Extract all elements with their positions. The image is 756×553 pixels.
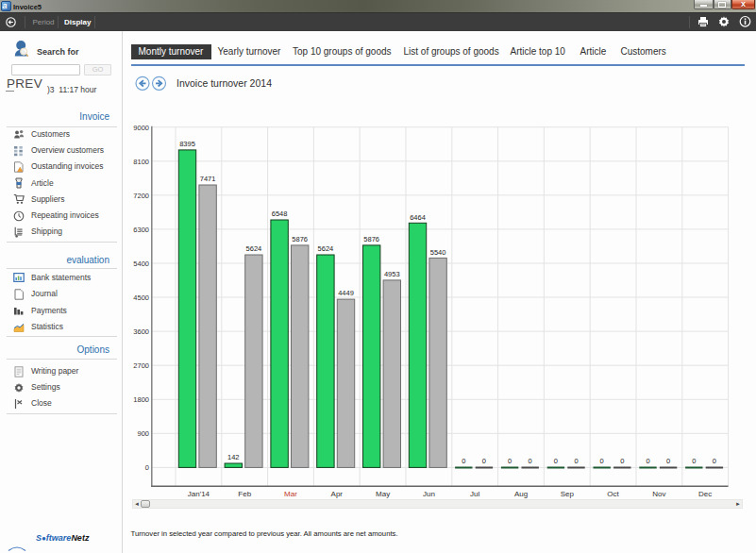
svg-text:May: May — [376, 490, 390, 498]
svg-text:5876: 5876 — [363, 235, 379, 243]
svg-text:7200: 7200 — [133, 192, 149, 200]
svg-text:Jan'14: Jan'14 — [188, 490, 210, 498]
svg-text:4953: 4953 — [384, 270, 400, 278]
svg-text:Feb: Feb — [238, 490, 251, 498]
svg-text:Nov: Nov — [652, 490, 665, 498]
svg-text:0: 0 — [713, 457, 716, 465]
svg-text:0: 0 — [145, 463, 149, 472]
svg-text:5624: 5624 — [318, 244, 334, 253]
svg-text:900: 900 — [137, 429, 149, 438]
svg-text:6548: 6548 — [272, 209, 288, 218]
svg-text:Dec: Dec — [698, 490, 712, 498]
svg-text:142: 142 — [227, 453, 240, 461]
svg-text:5876: 5876 — [292, 235, 308, 243]
svg-text:4500: 4500 — [133, 293, 149, 302]
svg-text:0: 0 — [462, 457, 465, 465]
svg-text:Jun: Jun — [423, 490, 435, 498]
svg-text:Oct: Oct — [607, 490, 619, 498]
svg-text:0: 0 — [620, 457, 624, 465]
svg-text:6464: 6464 — [410, 213, 426, 222]
svg-text:0: 0 — [554, 457, 558, 465]
svg-text:0: 0 — [574, 457, 578, 465]
svg-text:Sep: Sep — [561, 490, 575, 498]
svg-text:Mar: Mar — [284, 490, 297, 498]
svg-text:0: 0 — [666, 457, 670, 465]
svg-text:2700: 2700 — [133, 361, 149, 370]
svg-text:0: 0 — [646, 457, 649, 465]
svg-text:9000: 9000 — [133, 124, 149, 132]
svg-text:Aug: Aug — [514, 490, 528, 498]
svg-text:5540: 5540 — [430, 248, 446, 257]
svg-text:1800: 1800 — [133, 395, 149, 404]
svg-text:7471: 7471 — [200, 175, 216, 183]
svg-text:0: 0 — [600, 457, 604, 465]
svg-text:4449: 4449 — [338, 289, 354, 297]
svg-text:3600: 3600 — [133, 327, 149, 336]
svg-text:0: 0 — [508, 457, 512, 465]
svg-text:0: 0 — [529, 457, 532, 465]
svg-text:5624: 5624 — [246, 244, 262, 253]
svg-text:8100: 8100 — [133, 158, 149, 166]
svg-text:6300: 6300 — [133, 226, 149, 234]
svg-text:Apr: Apr — [331, 490, 344, 498]
svg-text:0: 0 — [482, 457, 486, 465]
svg-text:8395: 8395 — [179, 140, 195, 148]
svg-text:5400: 5400 — [133, 260, 149, 268]
svg-text:0: 0 — [692, 457, 696, 465]
svg-text:Jul: Jul — [470, 490, 479, 498]
